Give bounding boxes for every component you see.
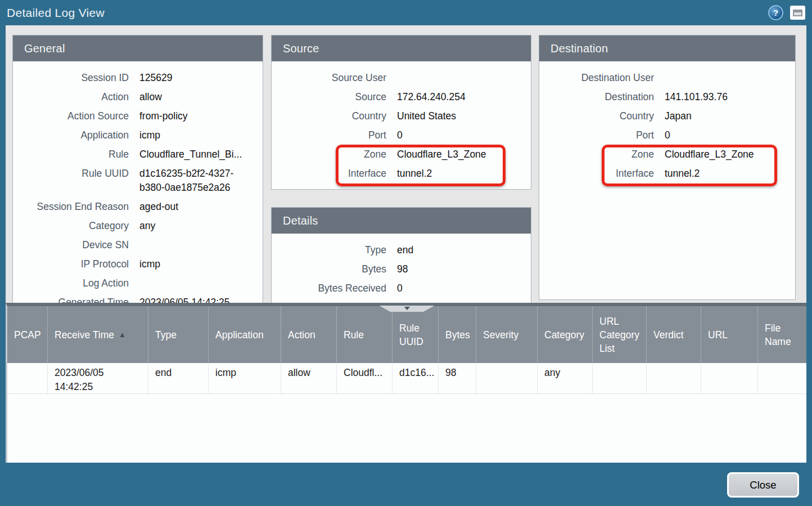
field-application: Applicationicmp: [13, 126, 263, 145]
field-value: allow: [139, 90, 263, 104]
field-value: 0: [397, 281, 531, 295]
cell-receive-time: 2023/06/05 14:42:25: [48, 363, 148, 393]
panel-general-header: General: [13, 35, 263, 61]
col-header-label: Rule: [344, 328, 364, 342]
col-header-type[interactable]: Type: [148, 306, 209, 363]
col-header-label: File Name: [765, 321, 802, 348]
close-button[interactable]: Close: [727, 472, 799, 498]
col-header-rule[interactable]: Rule: [337, 306, 393, 363]
col-header-receive-time[interactable]: Receive Time▲: [48, 306, 148, 363]
field-source-user: Source User: [272, 69, 531, 88]
field-value: 172.64.240.254: [397, 90, 531, 104]
field-value: d1c16235-b2f2-4327-b380-0ae1875e2a26: [139, 167, 263, 195]
field-session-end-reason: Session End Reasonaged-out: [13, 198, 263, 217]
field-category: Categoryany: [13, 217, 263, 236]
log-table-row[interactable]: 2023/06/05 14:42:25 end icmp allow Cloud…: [7, 363, 806, 394]
field-label: Destination User: [539, 71, 654, 85]
panel-source-header: Source: [272, 35, 531, 61]
field-label: Generated Time: [13, 295, 129, 303]
field-label: Country: [272, 109, 386, 123]
col-header-verdict[interactable]: Verdict: [647, 306, 701, 363]
col-header-label: Application: [215, 328, 264, 342]
panel-details-fields: Typeend Bytes98 Bytes Received0: [272, 234, 531, 298]
cell-category: any: [538, 363, 593, 393]
field-label: Session End Reason: [13, 200, 129, 214]
field-source-country: CountryUnited States: [272, 107, 531, 126]
field-bytes-received: Bytes Received0: [272, 279, 531, 298]
field-label: Log Action: [13, 276, 129, 290]
field-destination: Destination141.101.93.76: [539, 88, 795, 107]
restore-window-icon[interactable]: [790, 6, 805, 20]
field-label: Action Source: [13, 109, 129, 123]
field-label: Destination: [539, 90, 654, 104]
field-label: Action: [13, 90, 129, 104]
field-source: Source172.64.240.254: [272, 88, 531, 107]
dialog-title: Detailed Log View: [7, 6, 105, 20]
field-value: United States: [397, 109, 531, 123]
field-generated-time: Generated Time2023/06/05 14:42:25: [13, 293, 263, 303]
col-header-pcap[interactable]: PCAP: [7, 306, 48, 363]
field-destination-user: Destination User: [539, 69, 795, 88]
field-value: Japan: [665, 109, 795, 123]
col-header-url-category-list[interactable]: URL Category List: [593, 306, 647, 363]
col-header-category[interactable]: Category: [538, 306, 593, 363]
panel-destination: Destination Destination User Destination…: [539, 35, 796, 300]
field-value: icmp: [139, 128, 263, 142]
cell-bytes: 98: [439, 363, 476, 393]
field-value: Cloudflare_L3_Zone: [397, 147, 531, 162]
col-header-file-name[interactable]: File Name: [758, 306, 806, 363]
field-label: Source User: [272, 71, 386, 85]
field-label: Type: [272, 243, 386, 257]
field-destination-interface: Interfacetunnel.2: [539, 164, 795, 183]
cell-verdict: [647, 363, 701, 393]
col-header-rule-uuid[interactable]: Rule UUID: [393, 306, 439, 363]
field-label: Rule: [13, 147, 129, 162]
field-destination-zone: ZoneCloudflare_L3_Zone: [539, 145, 795, 164]
field-label: Interface: [272, 167, 386, 181]
log-table-header-row: PCAP Receive Time▲ Type Application Acti…: [7, 306, 806, 363]
field-label: Source: [272, 90, 386, 104]
field-ip-protocol: IP Protocolicmp: [13, 255, 263, 274]
col-header-application[interactable]: Application: [209, 306, 281, 363]
field-action: Actionallow: [13, 88, 263, 107]
panel-source: Source Source User Source172.64.240.254 …: [271, 35, 531, 190]
col-header-label: Category: [544, 328, 584, 342]
panel-general: General Session ID125629 Actionallow Act…: [12, 35, 263, 303]
restore-window-glyph: [793, 10, 802, 16]
field-value: any: [139, 219, 263, 233]
cell-application: icmp: [209, 363, 281, 393]
field-device-sn: Device SN: [13, 236, 263, 255]
field-label: Bytes Received: [272, 281, 386, 295]
sort-asc-icon: ▲: [119, 328, 126, 342]
field-value: Cloudflare_L3_Zone: [665, 147, 795, 162]
col-header-label: Verdict: [653, 328, 684, 342]
panel-details: Details Typeend Bytes98 Bytes Received0: [271, 207, 531, 303]
field-source-interface: Interfacetunnel.2: [272, 164, 531, 183]
field-source-port: Port0: [272, 126, 531, 145]
cell-url: [701, 363, 758, 393]
field-value: from-policy: [139, 109, 263, 123]
field-label: Interface: [539, 167, 654, 181]
field-value: 0: [397, 128, 531, 142]
field-label: Country: [539, 109, 654, 123]
col-header-label: URL Category List: [599, 315, 642, 355]
panel-destination-fields: Destination User Destination141.101.93.7…: [539, 61, 795, 183]
col-header-severity[interactable]: Severity: [476, 306, 538, 363]
col-header-action[interactable]: Action: [281, 306, 337, 363]
field-label: Session ID: [13, 71, 129, 85]
cell-file-name: [758, 363, 806, 393]
field-value: 0: [665, 128, 795, 142]
field-value: Cloudflare_Tunnel_Bi...: [139, 147, 263, 162]
field-value: end: [397, 243, 531, 257]
cell-rule: Cloudfl...: [337, 363, 393, 393]
field-session-id: Session ID125629: [13, 69, 263, 88]
col-header-bytes[interactable]: Bytes: [439, 306, 476, 363]
log-table-section: PCAP Receive Time▲ Type Application Acti…: [6, 303, 806, 463]
col-header-url[interactable]: URL: [701, 306, 758, 363]
col-header-label: Bytes: [445, 328, 470, 342]
field-rule-uuid: Rule UUIDd1c16235-b2f2-4327-b380-0ae1875…: [13, 164, 263, 198]
field-label: Zone: [539, 147, 654, 162]
help-icon[interactable]: ?: [768, 5, 783, 20]
col-header-label: PCAP: [14, 328, 41, 342]
field-action-source: Action Sourcefrom-policy: [13, 107, 263, 126]
